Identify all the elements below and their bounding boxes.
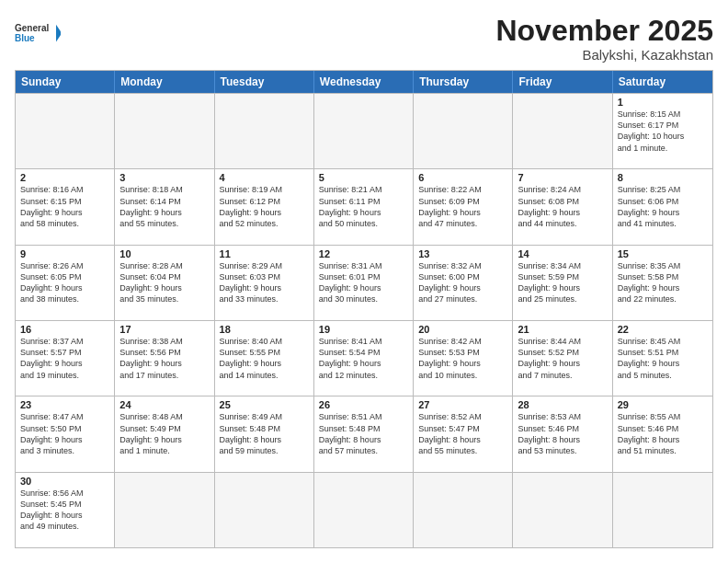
weekday-header-wednesday: Wednesday <box>314 71 414 93</box>
day-cell-14: 14Sunrise: 8:34 AM Sunset: 5:59 PM Dayli… <box>513 246 612 320</box>
day-cell-7: 7Sunrise: 8:24 AM Sunset: 6:08 PM Daylig… <box>513 169 612 244</box>
day-number: 2 <box>20 172 109 183</box>
calendar-row-5: 30Sunrise: 8:56 AM Sunset: 5:45 PM Dayli… <box>16 472 712 547</box>
day-info: Sunrise: 8:55 AM Sunset: 5:46 PM Dayligh… <box>618 411 708 456</box>
empty-cell-5-5 <box>513 473 612 547</box>
day-cell-16: 16Sunrise: 8:37 AM Sunset: 5:57 PM Dayli… <box>16 321 115 396</box>
day-cell-8: 8Sunrise: 8:25 AM Sunset: 6:06 PM Daylig… <box>613 169 712 244</box>
day-number: 28 <box>518 399 607 410</box>
day-cell-10: 10Sunrise: 8:28 AM Sunset: 6:04 PM Dayli… <box>115 246 214 320</box>
day-number: 19 <box>319 324 408 335</box>
day-cell-21: 21Sunrise: 8:44 AM Sunset: 5:52 PM Dayli… <box>513 321 612 396</box>
day-number: 29 <box>618 399 708 410</box>
day-number: 14 <box>518 248 607 259</box>
empty-cell-0-5 <box>513 94 612 168</box>
empty-cell-0-4 <box>414 94 513 168</box>
day-number: 16 <box>20 324 109 335</box>
day-info: Sunrise: 8:24 AM Sunset: 6:08 PM Dayligh… <box>518 184 607 229</box>
day-info: Sunrise: 8:15 AM Sunset: 6:17 PM Dayligh… <box>618 109 708 154</box>
weekday-header-thursday: Thursday <box>414 71 513 93</box>
day-info: Sunrise: 8:16 AM Sunset: 6:15 PM Dayligh… <box>20 184 109 229</box>
day-cell-15: 15Sunrise: 8:35 AM Sunset: 5:58 PM Dayli… <box>613 246 712 320</box>
day-info: Sunrise: 8:49 AM Sunset: 5:48 PM Dayligh… <box>220 411 309 456</box>
empty-cell-0-2 <box>215 94 314 168</box>
svg-text:General: General <box>15 23 49 33</box>
calendar-row-3: 16Sunrise: 8:37 AM Sunset: 5:57 PM Dayli… <box>16 320 712 396</box>
calendar-body: 1Sunrise: 8:15 AM Sunset: 6:17 PM Daylig… <box>16 93 712 547</box>
day-number: 27 <box>418 399 507 410</box>
logo-svg: General Blue <box>15 15 61 52</box>
day-number: 3 <box>119 172 209 183</box>
day-info: Sunrise: 8:41 AM Sunset: 5:54 PM Dayligh… <box>319 336 408 381</box>
svg-text:Blue: Blue <box>15 33 35 43</box>
weekday-header-tuesday: Tuesday <box>215 71 314 93</box>
day-cell-17: 17Sunrise: 8:38 AM Sunset: 5:56 PM Dayli… <box>115 321 214 396</box>
day-cell-5: 5Sunrise: 8:21 AM Sunset: 6:11 PM Daylig… <box>314 169 414 244</box>
day-cell-27: 27Sunrise: 8:52 AM Sunset: 5:47 PM Dayli… <box>414 396 513 471</box>
day-cell-23: 23Sunrise: 8:47 AM Sunset: 5:50 PM Dayli… <box>16 396 115 471</box>
day-number: 15 <box>618 248 708 259</box>
day-cell-1: 1Sunrise: 8:15 AM Sunset: 6:17 PM Daylig… <box>613 94 712 168</box>
day-info: Sunrise: 8:44 AM Sunset: 5:52 PM Dayligh… <box>518 336 607 381</box>
day-info: Sunrise: 8:48 AM Sunset: 5:49 PM Dayligh… <box>119 411 209 456</box>
month-title: November 2025 <box>495 15 713 47</box>
day-number: 30 <box>20 476 109 487</box>
calendar-row-0: 1Sunrise: 8:15 AM Sunset: 6:17 PM Daylig… <box>16 93 712 168</box>
day-cell-12: 12Sunrise: 8:31 AM Sunset: 6:01 PM Dayli… <box>314 246 414 320</box>
day-info: Sunrise: 8:28 AM Sunset: 6:04 PM Dayligh… <box>119 260 209 305</box>
day-number: 21 <box>518 324 607 335</box>
day-info: Sunrise: 8:45 AM Sunset: 5:51 PM Dayligh… <box>618 336 708 381</box>
day-info: Sunrise: 8:31 AM Sunset: 6:01 PM Dayligh… <box>319 260 408 305</box>
empty-cell-0-1 <box>115 94 214 168</box>
day-number: 4 <box>220 172 309 183</box>
page: General Blue November 2025 Balykshi, Kaz… <box>0 0 728 563</box>
day-number: 1 <box>618 97 708 108</box>
calendar-row-2: 9Sunrise: 8:26 AM Sunset: 6:05 PM Daylig… <box>16 245 712 320</box>
day-cell-4: 4Sunrise: 8:19 AM Sunset: 6:12 PM Daylig… <box>215 169 314 244</box>
day-cell-28: 28Sunrise: 8:53 AM Sunset: 5:46 PM Dayli… <box>513 396 612 471</box>
calendar-header: SundayMondayTuesdayWednesdayThursdayFrid… <box>16 71 712 93</box>
day-cell-13: 13Sunrise: 8:32 AM Sunset: 6:00 PM Dayli… <box>414 246 513 320</box>
day-number: 7 <box>518 172 607 183</box>
day-cell-19: 19Sunrise: 8:41 AM Sunset: 5:54 PM Dayli… <box>314 321 414 396</box>
day-number: 6 <box>418 172 507 183</box>
day-cell-6: 6Sunrise: 8:22 AM Sunset: 6:09 PM Daylig… <box>414 169 513 244</box>
day-info: Sunrise: 8:34 AM Sunset: 5:59 PM Dayligh… <box>518 260 607 305</box>
day-cell-26: 26Sunrise: 8:51 AM Sunset: 5:48 PM Dayli… <box>314 396 414 471</box>
day-info: Sunrise: 8:35 AM Sunset: 5:58 PM Dayligh… <box>618 260 708 305</box>
day-cell-20: 20Sunrise: 8:42 AM Sunset: 5:53 PM Dayli… <box>414 321 513 396</box>
calendar-row-1: 2Sunrise: 8:16 AM Sunset: 6:15 PM Daylig… <box>16 168 712 244</box>
day-info: Sunrise: 8:47 AM Sunset: 5:50 PM Dayligh… <box>20 411 109 456</box>
day-number: 11 <box>220 248 309 259</box>
day-number: 10 <box>119 248 209 259</box>
day-cell-9: 9Sunrise: 8:26 AM Sunset: 6:05 PM Daylig… <box>16 246 115 320</box>
header: General Blue November 2025 Balykshi, Kaz… <box>15 15 713 63</box>
day-cell-3: 3Sunrise: 8:18 AM Sunset: 6:14 PM Daylig… <box>115 169 214 244</box>
day-number: 5 <box>319 172 408 183</box>
weekday-header-saturday: Saturday <box>613 71 712 93</box>
day-cell-22: 22Sunrise: 8:45 AM Sunset: 5:51 PM Dayli… <box>613 321 712 396</box>
day-number: 22 <box>618 324 708 335</box>
day-info: Sunrise: 8:18 AM Sunset: 6:14 PM Dayligh… <box>119 184 209 229</box>
day-info: Sunrise: 8:37 AM Sunset: 5:57 PM Dayligh… <box>20 336 109 381</box>
day-info: Sunrise: 8:40 AM Sunset: 5:55 PM Dayligh… <box>220 336 309 381</box>
day-cell-2: 2Sunrise: 8:16 AM Sunset: 6:15 PM Daylig… <box>16 169 115 244</box>
day-number: 20 <box>418 324 507 335</box>
day-number: 26 <box>319 399 408 410</box>
day-info: Sunrise: 8:51 AM Sunset: 5:48 PM Dayligh… <box>319 411 408 456</box>
day-number: 24 <box>119 399 209 410</box>
day-info: Sunrise: 8:22 AM Sunset: 6:09 PM Dayligh… <box>418 184 507 229</box>
logo: General Blue <box>15 15 61 52</box>
day-number: 17 <box>119 324 209 335</box>
day-cell-18: 18Sunrise: 8:40 AM Sunset: 5:55 PM Dayli… <box>215 321 314 396</box>
day-number: 25 <box>220 399 309 410</box>
day-number: 12 <box>319 248 408 259</box>
day-info: Sunrise: 8:32 AM Sunset: 6:00 PM Dayligh… <box>418 260 507 305</box>
day-number: 9 <box>20 248 109 259</box>
location: Balykshi, Kazakhstan <box>495 47 713 63</box>
day-info: Sunrise: 8:42 AM Sunset: 5:53 PM Dayligh… <box>418 336 507 381</box>
day-info: Sunrise: 8:38 AM Sunset: 5:56 PM Dayligh… <box>119 336 209 381</box>
day-info: Sunrise: 8:53 AM Sunset: 5:46 PM Dayligh… <box>518 411 607 456</box>
day-number: 23 <box>20 399 109 410</box>
day-cell-29: 29Sunrise: 8:55 AM Sunset: 5:46 PM Dayli… <box>613 396 712 471</box>
